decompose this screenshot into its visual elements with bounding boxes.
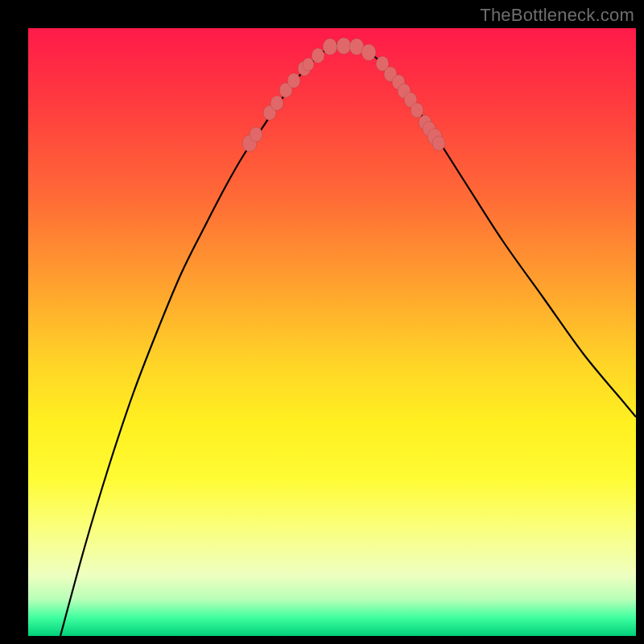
marker-group [242, 38, 445, 152]
data-marker [336, 38, 351, 55]
data-marker [323, 39, 337, 56]
bottleneck-curve [60, 44, 636, 636]
watermark-label: TheBottleneck.com [480, 5, 634, 26]
data-marker [312, 48, 324, 63]
data-marker [270, 96, 283, 110]
chart-frame: TheBottleneck.com [0, 0, 644, 644]
data-marker [361, 44, 376, 61]
data-marker [287, 73, 300, 88]
data-marker [250, 127, 262, 142]
curve-svg [28, 28, 636, 636]
data-marker [432, 136, 445, 151]
data-marker [303, 58, 314, 71]
data-marker [411, 103, 423, 118]
plot-area [28, 28, 636, 636]
